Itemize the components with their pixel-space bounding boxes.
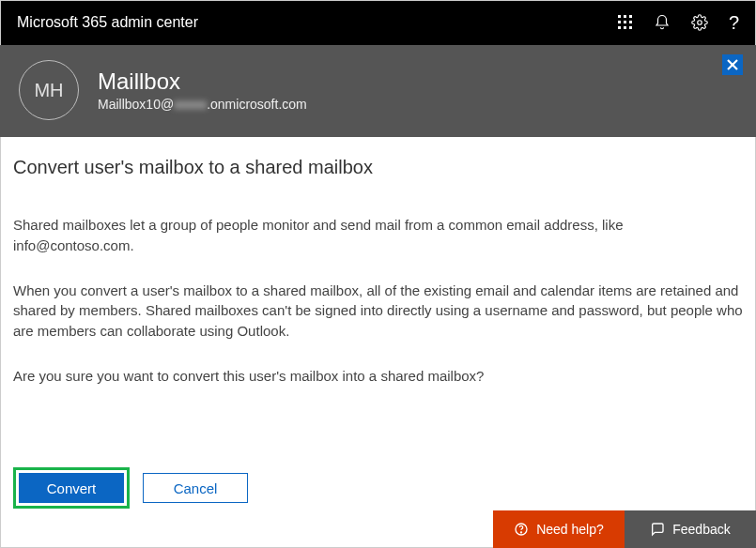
paragraph-3: Are you sure you want to convert this us… — [13, 366, 743, 387]
svg-rect-1 — [624, 15, 626, 18]
paragraph-1: Shared mailboxes let a group of people m… — [13, 215, 743, 256]
feedback-icon — [650, 522, 665, 537]
svg-rect-6 — [618, 26, 621, 29]
section-heading: Convert user's mailbox to a shared mailb… — [13, 154, 743, 181]
topbar-icons: ? — [618, 12, 739, 34]
avatar: MH — [19, 60, 79, 120]
convert-button[interactable]: Convert — [19, 473, 124, 503]
svg-rect-3 — [618, 21, 621, 23]
topbar: Microsoft 365 admin center ? — [0, 0, 756, 45]
help-circle-icon — [514, 522, 529, 537]
svg-rect-4 — [624, 21, 626, 23]
cancel-button[interactable]: Cancel — [143, 473, 248, 503]
svg-rect-2 — [629, 15, 632, 18]
svg-rect-8 — [629, 26, 632, 29]
svg-rect-5 — [629, 21, 632, 23]
panel-title: Maillbox — [98, 68, 307, 95]
panel-header: MH Maillbox Maillbox10@xxxxx.onmicrosoft… — [0, 45, 756, 137]
app-title: Microsoft 365 admin center — [17, 14, 618, 31]
panel-email: Maillbox10@xxxxx.onmicrosoft.com — [98, 97, 307, 112]
help-icon[interactable]: ? — [729, 12, 739, 34]
need-help-button[interactable]: Need help? — [493, 510, 625, 548]
avatar-initials: MH — [34, 80, 63, 101]
app-launcher-icon[interactable] — [618, 15, 633, 30]
need-help-label: Need help? — [536, 522, 604, 537]
close-button[interactable] — [722, 54, 743, 75]
feedback-label: Feedback — [672, 522, 730, 537]
panel-identity: Maillbox Maillbox10@xxxxx.onmicrosoft.co… — [98, 68, 307, 112]
svg-point-9 — [698, 21, 702, 25]
notifications-icon[interactable] — [654, 14, 671, 31]
convert-highlight: Convert — [13, 467, 130, 509]
svg-point-13 — [521, 532, 522, 533]
content: Convert user's mailbox to a shared mailb… — [0, 137, 756, 387]
paragraph-2: When you convert a user's mailbox to a s… — [13, 281, 743, 342]
action-bar: Convert Cancel — [13, 467, 248, 509]
feedback-button[interactable]: Feedback — [625, 510, 756, 548]
settings-icon[interactable] — [691, 14, 708, 31]
svg-rect-7 — [624, 26, 626, 29]
footer: Need help? Feedback — [493, 510, 756, 548]
svg-rect-0 — [618, 15, 621, 18]
